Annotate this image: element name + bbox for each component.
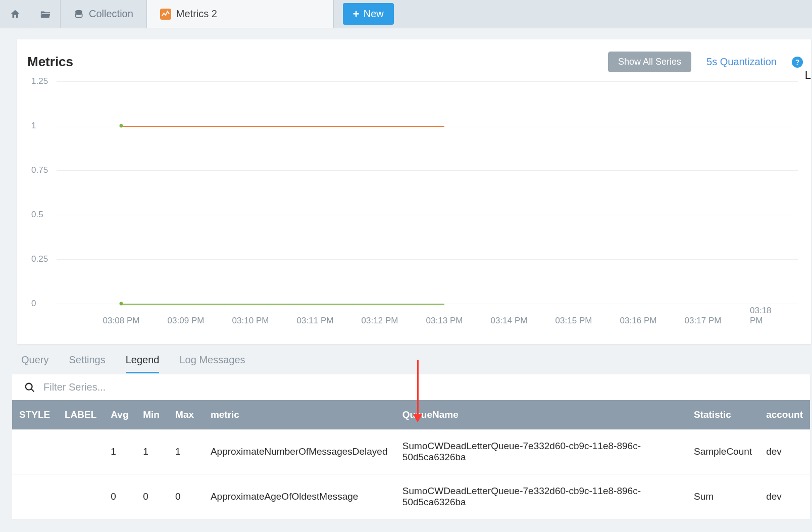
new-button-label: New xyxy=(364,8,384,20)
x-tick: 03:18 PM xyxy=(750,306,785,326)
home-button[interactable] xyxy=(0,0,30,28)
x-tick: 03:12 PM xyxy=(362,316,398,326)
table-row[interactable]: 1 1 1 ApproximateNumberOfMessagesDelayed… xyxy=(12,429,810,474)
tab-collection[interactable]: Collection xyxy=(61,0,147,28)
tab-collection-label: Collection xyxy=(89,8,133,20)
tab-log-messages[interactable]: Log Messages xyxy=(179,354,245,373)
home-icon xyxy=(10,9,21,20)
library-button[interactable] xyxy=(30,0,61,28)
new-button[interactable]: + New xyxy=(343,3,394,25)
col-statistic[interactable]: Statistic xyxy=(687,400,759,429)
top-toolbar: Collection Metrics 2 + New xyxy=(0,0,812,28)
tab-metrics-2[interactable]: Metrics 2 xyxy=(147,0,334,28)
filter-series-input[interactable] xyxy=(43,381,245,393)
tab-settings[interactable]: Settings xyxy=(69,354,105,373)
y-tick: 0 xyxy=(31,299,36,309)
table-header-row: STYLE LABEL Avg Min Max metric QueueName… xyxy=(12,400,810,429)
x-tick: 03:10 PM xyxy=(232,316,269,326)
svg-line-3 xyxy=(31,389,34,392)
x-tick: 03:13 PM xyxy=(426,316,463,326)
x-tick: 03:17 PM xyxy=(685,316,722,326)
tab-legend[interactable]: Legend xyxy=(126,354,160,373)
table-row[interactable]: 0 0 0 ApproximateAgeOfOldestMessage Sumo… xyxy=(12,474,810,519)
y-tick: 0.25 xyxy=(31,254,48,264)
y-tick: 1 xyxy=(31,121,36,131)
y-tick: 0.5 xyxy=(31,210,43,220)
col-label[interactable]: LABEL xyxy=(58,400,104,429)
quantization-label[interactable]: 5s Quantization xyxy=(706,56,777,68)
col-queuename[interactable]: QueueName xyxy=(395,400,687,429)
side-label: L xyxy=(805,69,811,82)
series-line-orange xyxy=(121,126,444,127)
folder-open-icon xyxy=(40,9,51,20)
col-avg[interactable]: Avg xyxy=(104,400,136,429)
x-tick: 03:15 PM xyxy=(555,316,592,326)
tab-metrics-label: Metrics 2 xyxy=(176,8,217,20)
tab-query[interactable]: Query xyxy=(21,354,48,373)
y-tick: 0.75 xyxy=(31,165,48,175)
col-max[interactable]: Max xyxy=(168,400,204,429)
filter-series-row xyxy=(12,374,810,400)
x-tick: 03:09 PM xyxy=(168,316,205,326)
page-title: Metrics xyxy=(27,54,73,70)
x-tick: 03:16 PM xyxy=(620,316,657,326)
metrics-icon xyxy=(160,9,171,20)
series-start-dot xyxy=(120,302,123,306)
plus-icon: + xyxy=(353,8,360,21)
database-icon xyxy=(74,9,84,19)
y-tick: 1.25 xyxy=(31,76,48,86)
svg-point-2 xyxy=(26,383,32,390)
search-icon xyxy=(24,382,35,393)
col-min[interactable]: Min xyxy=(136,400,168,429)
help-icon[interactable]: ? xyxy=(792,57,803,68)
series-start-dot xyxy=(120,124,123,128)
x-tick: 03:14 PM xyxy=(491,316,528,326)
x-tick: 03:11 PM xyxy=(297,316,334,326)
col-style[interactable]: STYLE xyxy=(12,400,58,429)
col-account[interactable]: account xyxy=(759,400,810,429)
x-tick: 03:08 PM xyxy=(103,316,140,326)
metrics-chart[interactable]: 1.25 1 0.75 0.5 0.25 0 03:08 PM 03:09 PM… xyxy=(31,81,803,334)
legend-table: STYLE LABEL Avg Min Max metric QueueName… xyxy=(12,400,810,519)
show-all-series-button[interactable]: Show All Series xyxy=(608,52,691,72)
col-metric[interactable]: metric xyxy=(204,400,395,429)
metrics-card: Metrics Show All Series 5s Quantization … xyxy=(17,39,811,344)
legend-tabs: Query Settings Legend Log Messages xyxy=(0,344,812,373)
series-line-green xyxy=(121,304,444,305)
